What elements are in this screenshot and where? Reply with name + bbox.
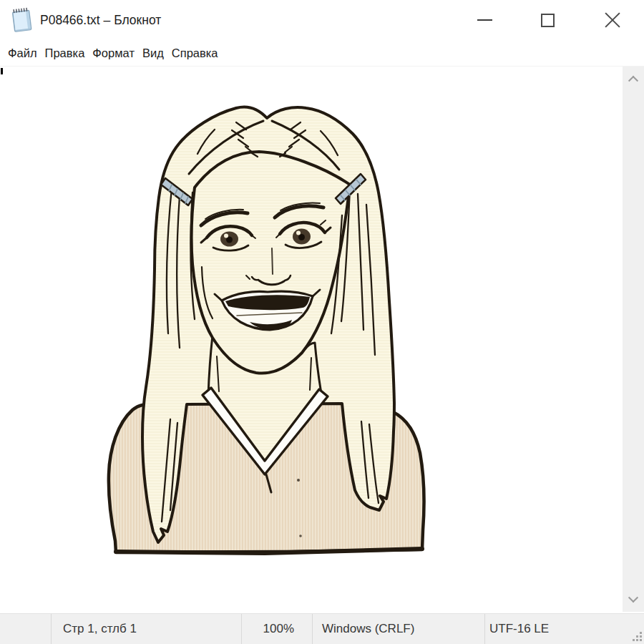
- maximize-button[interactable]: [532, 5, 562, 35]
- resize-grip[interactable]: [631, 630, 642, 641]
- notepad-window: P08466.txt – Блокнот Файл Правка Формат …: [0, 0, 644, 644]
- window-title: P08466.txt – Блокнот: [40, 13, 161, 28]
- chevron-up-icon: [628, 76, 638, 86]
- statusbar: Стр 1, стлб 1 100% Windows (CRLF) UTF-16…: [0, 613, 644, 644]
- minimize-button[interactable]: [469, 5, 499, 35]
- menu-item-format[interactable]: Формат: [92, 45, 135, 62]
- status-encoding-label: UTF-16 LE: [489, 622, 549, 636]
- menu-item-view[interactable]: Вид: [142, 45, 165, 62]
- status-zoom-level: 100%: [242, 614, 313, 644]
- close-button[interactable]: [597, 5, 628, 35]
- status-encoding: UTF-16 LE: [485, 614, 644, 644]
- minimize-icon: [477, 19, 492, 21]
- text-editor-area[interactable]: [0, 67, 623, 612]
- status-spacer: [0, 614, 52, 644]
- portrait-drawing: [0, 67, 623, 612]
- menu-item-file[interactable]: Файл: [7, 45, 38, 62]
- status-line-ending: Windows (CRLF): [313, 614, 485, 644]
- menu-item-edit[interactable]: Правка: [44, 45, 86, 62]
- status-cursor-position: Стр 1, стлб 1: [52, 614, 242, 644]
- vertical-scrollbar[interactable]: [623, 67, 644, 612]
- menubar: Файл Правка Формат Вид Справка: [0, 40, 644, 67]
- scroll-up-button[interactable]: [623, 68, 644, 89]
- titlebar: P08466.txt – Блокнот: [0, 0, 644, 40]
- maximize-icon: [541, 14, 555, 27]
- notepad-icon: [9, 6, 34, 33]
- chevron-down-icon: [628, 592, 638, 602]
- close-icon: [604, 11, 621, 29]
- menu-item-help[interactable]: Справка: [171, 45, 219, 62]
- scroll-down-button[interactable]: [623, 589, 644, 610]
